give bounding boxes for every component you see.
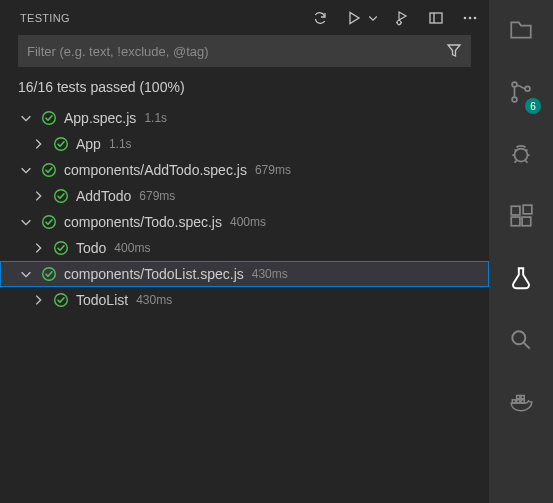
test-duration: 1.1s xyxy=(144,111,167,125)
chevron-down-icon[interactable] xyxy=(18,162,34,178)
docker-icon[interactable] xyxy=(497,382,545,422)
svg-rect-17 xyxy=(511,206,520,215)
svg-point-2 xyxy=(464,16,467,19)
test-duration: 430ms xyxy=(252,267,288,281)
test-duration: 679ms xyxy=(255,163,291,177)
chevron-right-icon[interactable] xyxy=(30,292,46,308)
svg-point-15 xyxy=(525,86,530,91)
testing-panel: TESTING xyxy=(0,0,489,503)
test-label: components/Todo.spec.js xyxy=(64,214,222,230)
test-duration: 430ms xyxy=(136,293,172,307)
test-label: AddTodo xyxy=(76,188,131,204)
svg-point-4 xyxy=(474,16,477,19)
status-pass-icon xyxy=(40,109,58,127)
test-label: components/TodoList.spec.js xyxy=(64,266,244,282)
svg-rect-19 xyxy=(522,217,531,226)
test-label: App xyxy=(76,136,101,152)
filter-container xyxy=(0,35,489,73)
activity-bar: 6 xyxy=(489,0,553,503)
chevron-down-icon[interactable] xyxy=(18,266,34,282)
test-duration: 400ms xyxy=(230,215,266,229)
svg-rect-1 xyxy=(430,13,442,23)
status-pass-icon xyxy=(52,135,70,153)
test-label: components/AddTodo.spec.js xyxy=(64,162,247,178)
refresh-icon[interactable] xyxy=(309,7,331,29)
filter-input[interactable] xyxy=(27,44,446,59)
test-row[interactable]: App.spec.js1.1s xyxy=(0,105,489,131)
test-summary: 16/16 tests passed (100%) xyxy=(0,73,489,105)
filter-icon[interactable] xyxy=(446,42,462,61)
svg-point-21 xyxy=(512,331,525,344)
status-pass-icon xyxy=(40,213,58,231)
svg-rect-18 xyxy=(511,217,520,226)
filter-box[interactable] xyxy=(18,35,471,67)
output-icon[interactable] xyxy=(425,7,447,29)
test-duration: 679ms xyxy=(139,189,175,203)
svg-point-3 xyxy=(469,16,472,19)
scm-badge: 6 xyxy=(525,98,541,114)
chevron-right-icon[interactable] xyxy=(30,240,46,256)
search-icon[interactable] xyxy=(497,320,545,360)
chevron-down-icon[interactable] xyxy=(18,214,34,230)
test-row[interactable]: AddTodo679ms xyxy=(0,183,489,209)
svg-rect-25 xyxy=(517,396,520,399)
play-icon[interactable] xyxy=(343,7,365,29)
explorer-icon[interactable] xyxy=(497,10,545,50)
test-label: Todo xyxy=(76,240,106,256)
chevron-down-icon[interactable] xyxy=(367,7,379,29)
status-pass-icon xyxy=(40,265,58,283)
test-duration: 400ms xyxy=(114,241,150,255)
chevron-right-icon[interactable] xyxy=(30,136,46,152)
panel-header: TESTING xyxy=(0,0,489,35)
svg-point-13 xyxy=(512,82,517,87)
chevron-down-icon[interactable] xyxy=(18,110,34,126)
test-row[interactable]: TodoList430ms xyxy=(0,287,489,313)
test-row[interactable]: App1.1s xyxy=(0,131,489,157)
header-actions xyxy=(309,7,481,29)
more-icon[interactable] xyxy=(459,7,481,29)
status-pass-icon xyxy=(40,161,58,179)
status-pass-icon xyxy=(52,291,70,309)
test-tree[interactable]: App.spec.js1.1sApp1.1scomponents/AddTodo… xyxy=(0,105,489,503)
testing-icon[interactable] xyxy=(497,258,545,298)
svg-point-0 xyxy=(397,20,401,24)
panel-title: TESTING xyxy=(20,12,309,24)
svg-rect-26 xyxy=(521,396,524,399)
source-control-icon[interactable]: 6 xyxy=(497,72,545,112)
run-tests-split[interactable] xyxy=(343,7,379,29)
debug-play-icon[interactable] xyxy=(391,7,413,29)
test-row[interactable]: components/TodoList.spec.js430ms xyxy=(0,261,489,287)
status-pass-icon xyxy=(52,187,70,205)
extensions-icon[interactable] xyxy=(497,196,545,236)
test-row[interactable]: components/Todo.spec.js400ms xyxy=(0,209,489,235)
test-row[interactable]: components/AddTodo.spec.js679ms xyxy=(0,157,489,183)
test-label: App.spec.js xyxy=(64,110,136,126)
test-row[interactable]: Todo400ms xyxy=(0,235,489,261)
test-label: TodoList xyxy=(76,292,128,308)
chevron-right-icon[interactable] xyxy=(30,188,46,204)
bug-icon[interactable] xyxy=(497,134,545,174)
svg-rect-20 xyxy=(523,205,532,214)
test-duration: 1.1s xyxy=(109,137,132,151)
svg-point-14 xyxy=(512,97,517,102)
status-pass-icon xyxy=(52,239,70,257)
